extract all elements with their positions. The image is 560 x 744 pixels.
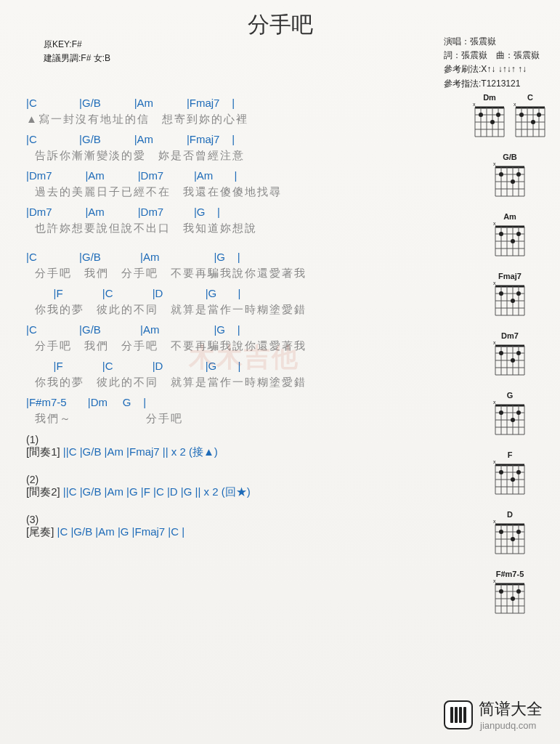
svg-point-103 xyxy=(516,411,521,415)
lyric-line: 過去的美麗日子已經不在 我還在傻傻地找尋 xyxy=(26,185,450,201)
svg-point-86 xyxy=(499,351,503,355)
pick-pattern: 參考指法:T1213121 xyxy=(444,77,540,91)
fretboard-icon: x xyxy=(492,580,528,619)
section-number: (2) xyxy=(26,474,450,485)
svg-point-41 xyxy=(499,172,503,177)
chord-diagram: Cx xyxy=(512,93,548,142)
lyric-line: 你我的夢 彼此的不同 就算是當作一時糊塗愛錯 xyxy=(26,303,450,319)
lyricist-composer: 詞：張震嶽 曲：張震嶽 xyxy=(444,49,540,62)
interlude-line: [間奏1] ||C |G/B |Am |Fmaj7 || x 2 (接▲) xyxy=(26,445,450,459)
lyric-line: 也許妳想要說但說不出口 我知道妳想說 xyxy=(26,222,450,238)
piano-icon xyxy=(444,700,473,729)
chord-diagram: F#m7-5x xyxy=(479,570,541,619)
chord-line: |F#m7-5 |Dm G | xyxy=(26,396,450,411)
strum-pattern: 參考刷法:X↑↓ ↓↑↓↑ ↑↓ xyxy=(444,62,540,76)
interlude-chords: ||C |G/B |Am |G |F |C |D |G || x 2 (回★) xyxy=(60,485,251,498)
fretboard-icon: x xyxy=(492,222,528,262)
svg-point-28 xyxy=(537,113,541,117)
svg-text:x: x xyxy=(493,401,496,405)
svg-point-117 xyxy=(511,477,515,482)
svg-point-71 xyxy=(499,291,503,296)
svg-point-133 xyxy=(516,530,521,534)
svg-text:x: x xyxy=(473,103,476,107)
meta-left: 原KEY:F# 建議男調:F# 女:B xyxy=(44,38,110,65)
svg-point-116 xyxy=(499,470,503,474)
lyric-line: ▲寫一封沒有地址的信 想寄到妳的心裡 xyxy=(26,113,450,129)
svg-point-118 xyxy=(516,470,521,474)
chord-diagram-label: Dm xyxy=(471,93,508,102)
chord-diagram: G/Bx xyxy=(479,153,541,202)
chord-diagram-label: Am xyxy=(479,212,541,221)
chord-diagram-label: C xyxy=(512,93,548,102)
svg-point-11 xyxy=(479,113,483,117)
fretboard-icon: x xyxy=(492,163,528,202)
lyric-line: 分手吧 我們 分手吧 不要再騙我說你還愛著我 xyxy=(26,267,450,283)
interlude-chords: |C |G/B |Am |G |Fmaj7 |C | xyxy=(54,525,184,538)
fretboard-icon: x xyxy=(471,103,508,142)
fretboard-icon: x xyxy=(492,401,528,440)
chord-diagram-label: D xyxy=(479,510,541,519)
svg-text:x: x xyxy=(493,341,496,345)
svg-point-101 xyxy=(499,411,503,415)
svg-point-43 xyxy=(516,172,521,177)
svg-point-147 xyxy=(511,597,515,601)
logo-subtext: jianpudq.com xyxy=(480,720,543,731)
lyric-line: 告訴你漸漸變淡的愛 妳是否曾經注意 xyxy=(26,149,450,165)
svg-point-102 xyxy=(511,418,515,422)
chord-diagram: Dx xyxy=(479,510,541,559)
svg-point-73 xyxy=(516,291,521,296)
chord-line: |Dm7 |Am |Dm7 |G | xyxy=(26,206,450,220)
svg-point-12 xyxy=(490,120,495,124)
svg-point-146 xyxy=(499,589,503,594)
singer: 演唱：張震嶽 xyxy=(444,35,540,49)
svg-text:x: x xyxy=(514,103,516,107)
fretboard-icon: x xyxy=(492,520,528,559)
fretboard-icon: x xyxy=(492,282,528,321)
site-logo: 简谱大全 jianpudq.com xyxy=(444,698,543,731)
svg-point-26 xyxy=(519,113,524,117)
svg-point-132 xyxy=(511,537,515,541)
logo-text: 简谱大全 xyxy=(479,698,543,720)
chord-line: |F |C |D |G | xyxy=(26,360,450,374)
section-number: (1) xyxy=(26,434,450,445)
interlude-line: [間奏2] ||C |G/B |Am |G |F |C |D |G || x 2… xyxy=(26,485,450,499)
original-key: 原KEY:F# xyxy=(44,38,110,52)
chord-diagram: Fx xyxy=(479,450,541,500)
lyric-line: 你我的夢 彼此的不同 就算是當作一時糊塗愛錯 xyxy=(26,376,450,392)
chord-diagram: Dm7x xyxy=(479,331,541,381)
svg-text:x: x xyxy=(493,282,496,286)
chord-diagram-column: DmxCx G/BxAmxFmaj7xDm7xGxFxDxF#m7-5x xyxy=(479,93,541,629)
chord-diagram-label: G xyxy=(479,391,541,400)
svg-point-148 xyxy=(516,589,521,594)
interlude-chords: ||C |G/B |Am |Fmaj7 || x 2 (接▲) xyxy=(60,445,218,458)
chord-line: |C |G/B |Am |Fmaj7 | xyxy=(26,97,450,111)
chord-line: |C |G/B |Am |G | xyxy=(26,323,450,338)
meta-right: 演唱：張震嶽 詞：張震嶽 曲：張震嶽 參考刷法:X↑↓ ↓↑↓↑ ↑↓ 參考指法… xyxy=(444,35,540,91)
chord-diagram: Fmaj7x xyxy=(479,272,541,321)
svg-point-131 xyxy=(499,530,503,534)
interlude-line: [尾奏] |C |G/B |Am |G |Fmaj7 |C | xyxy=(26,525,450,539)
sheet-content: |C |G/B |Am |Fmaj7 | ▲寫一封沒有地址的信 想寄到妳的心裡 … xyxy=(0,97,450,539)
fretboard-icon: x xyxy=(492,341,528,381)
fretboard-icon: x xyxy=(492,461,528,500)
svg-point-27 xyxy=(531,120,535,124)
chord-diagram-label: G/B xyxy=(479,153,541,161)
chord-diagram: Dmx xyxy=(471,93,508,142)
svg-point-57 xyxy=(511,239,515,243)
svg-point-87 xyxy=(511,358,515,363)
interlude-label: [間奏1] xyxy=(26,445,60,458)
section-number: (3) xyxy=(26,514,450,525)
chord-diagram-label: F xyxy=(479,450,541,459)
chord-diagram: Amx xyxy=(479,212,541,262)
chord-diagram-label: F#m7-5 xyxy=(479,570,541,578)
svg-text:x: x xyxy=(493,163,496,166)
chord-line: |C |G/B |Am |Fmaj7 | xyxy=(26,133,450,147)
chord-line: |F |C |D |G | xyxy=(26,287,450,302)
svg-point-72 xyxy=(511,299,515,303)
lyric-line: 分手吧 我們 分手吧 不要再騙我說你還愛著我 xyxy=(26,339,450,355)
svg-point-13 xyxy=(496,113,500,117)
chord-line: |C |G/B |Am |G | xyxy=(26,251,450,265)
chord-diagram-label: Dm7 xyxy=(479,331,541,340)
interlude-label: [尾奏] xyxy=(26,525,54,538)
svg-point-42 xyxy=(511,179,515,184)
